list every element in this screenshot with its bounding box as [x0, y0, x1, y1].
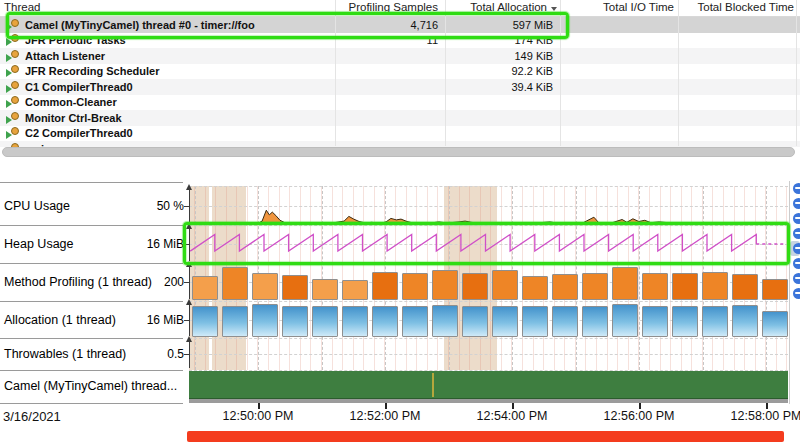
thread-name: JFR Recording Scheduler [25, 65, 159, 77]
method-profiling-bar [612, 267, 638, 300]
chart-tool-icon[interactable] [793, 243, 800, 254]
allocation-bar [552, 306, 578, 337]
chart-plot-area[interactable] [189, 183, 788, 404]
allocation-bar [762, 311, 788, 337]
lane-y-axis-mid-tick [184, 354, 190, 355]
lane-y-axis-mid-tick [184, 282, 190, 283]
table-row[interactable]: C1 CompilerThread039.4 KiB [0, 79, 800, 95]
lifeline-event-marker [432, 373, 434, 397]
allocation-bar [672, 306, 698, 337]
table-row[interactable]: Common-Cleaner [0, 95, 800, 111]
horizontal-scrollbar-thumb[interactable] [2, 147, 795, 157]
thread-running-icon [6, 50, 21, 62]
lane-separator [0, 338, 183, 339]
axis-tick-label: 16 MiB [104, 312, 184, 328]
lane-label: Heap Usage [4, 236, 74, 252]
thread-name: Attach Listener [25, 50, 105, 62]
method-profiling-bar [342, 280, 368, 301]
column-separator [796, 0, 797, 146]
lane-label: Throwables (1 thread) [4, 346, 126, 362]
allocation-bar [432, 305, 458, 337]
annotation-box-thread-row [6, 12, 569, 39]
thread-name: C2 CompilerThread0 [25, 127, 133, 139]
method-profiling-bar [642, 273, 668, 300]
allocation-bar [192, 306, 218, 337]
chart-tool-icon[interactable] [793, 258, 800, 269]
thread-running-icon [6, 81, 21, 93]
allocation-bar [702, 306, 728, 337]
table-row[interactable]: Attach Listener149 KiB [0, 48, 800, 64]
horizontal-gridline [189, 354, 788, 355]
time-axis-label: 12:52:00 PM [330, 409, 440, 423]
table-row[interactable]: JFR Recording Scheduler92.2 KiB [0, 64, 800, 80]
method-profiling-bar [402, 273, 428, 300]
allocation-bar [612, 304, 638, 337]
allocation-bar [492, 306, 518, 337]
lane-separator [0, 301, 183, 302]
allocation-bar [522, 306, 548, 337]
axis-tick-label: 50 % [104, 198, 184, 214]
column-header-total-blocked-time[interactable]: Total Blocked Time [680, 1, 794, 13]
time-axis-label: 12:56:00 PM [584, 409, 694, 423]
method-profiling-chart [189, 263, 788, 301]
thread-cell: Common-Cleaner [0, 96, 335, 108]
lane-separator [0, 263, 183, 264]
allocation-bar [642, 306, 668, 337]
lane-y-axis-mid-tick [184, 206, 190, 207]
column-header-total-io-time[interactable]: Total I/O Time [562, 1, 674, 13]
time-axis-label: 12:54:00 PM [457, 409, 567, 423]
lane-label: Method Profiling (1 thread) [4, 274, 152, 290]
thread-name: C1 CompilerThread0 [25, 81, 133, 93]
chart-tool-icon[interactable] [793, 273, 800, 284]
table-row[interactable]: C2 CompilerThread0 [0, 126, 800, 142]
method-profiling-bar [192, 276, 218, 300]
thread-running-icon [6, 112, 21, 124]
sort-descending-icon [551, 7, 557, 11]
allocation-bar [282, 306, 308, 337]
thread-cell: Monitor Ctrl-Break [0, 112, 335, 124]
method-profiling-bar [762, 279, 788, 300]
method-profiling-bar [432, 270, 458, 300]
chart-tool-icon[interactable] [793, 198, 800, 209]
thread-cell: JFR Recording Scheduler [0, 65, 335, 77]
method-profiling-bar [222, 267, 248, 300]
lane-separator [0, 403, 183, 404]
method-profiling-bar [552, 274, 578, 300]
allocation-bar [252, 304, 278, 337]
lane-separator [0, 225, 183, 226]
allocation-chart [189, 301, 788, 338]
allocation-bar [402, 306, 428, 337]
method-profiling-bar [312, 279, 338, 300]
thread-running-icon [6, 96, 21, 108]
annotation-box-heap-lane [183, 222, 790, 265]
thread-cell: C2 CompilerThread0 [0, 127, 335, 139]
thread-lifeline-bar[interactable] [189, 371, 788, 399]
time-axis-label: 12:58:00 PM [711, 409, 800, 423]
method-profiling-bar [252, 273, 278, 300]
time-axis-label: 12:50:00 PM [203, 409, 313, 423]
time-range-selector[interactable] [187, 431, 784, 442]
method-profiling-bar [702, 272, 728, 300]
chart-tool-icon[interactable] [793, 288, 800, 299]
method-profiling-bar [492, 270, 518, 300]
lane-y-axis-arrow-icon [186, 184, 192, 190]
thread-cell: C1 CompilerThread0 [0, 81, 335, 93]
chart-tool-icon[interactable] [793, 213, 800, 224]
lane-label: Allocation (1 thread) [4, 312, 116, 328]
lifeline-scroll-strip [189, 399, 788, 403]
allocation-bar [342, 306, 368, 337]
method-profiling-bar [372, 272, 398, 300]
cpu-usage-chart [189, 186, 788, 225]
chart-tool-icon[interactable] [793, 183, 800, 194]
lane-y-axis-mid-tick [184, 320, 190, 321]
table-row[interactable]: Monitor Ctrl-Break [0, 110, 800, 126]
allocation-bar [372, 306, 398, 337]
allocation-cell: 92.2 KiB [445, 65, 560, 77]
allocation-cell: 39.4 KiB [445, 81, 560, 93]
thread-cell: Attach Listener [0, 50, 335, 62]
chart-tool-icon[interactable] [793, 228, 800, 239]
allocation-cell: 149 KiB [445, 50, 560, 62]
thread-running-icon [6, 127, 21, 139]
method-profiling-bar [582, 273, 608, 300]
method-profiling-bar [672, 273, 698, 300]
